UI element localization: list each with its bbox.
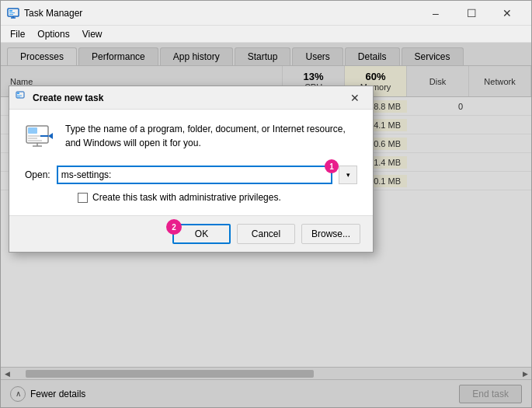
svg-rect-7: [17, 92, 19, 94]
input-badge: 1: [325, 159, 339, 173]
admin-privileges-checkbox[interactable]: [78, 193, 88, 203]
dialog-description: Type the name of a program, folder, docu…: [25, 122, 357, 153]
svg-rect-2: [9, 12, 15, 13]
dropdown-arrow[interactable]: ▾: [339, 166, 357, 184]
open-label: Open:: [25, 169, 50, 180]
create-new-task-dialog: Create new task ✕: [9, 85, 374, 253]
main-content: Processes Performance App history Startu…: [1, 43, 531, 407]
cancel-button[interactable]: Cancel: [237, 224, 295, 244]
task-manager-window: Task Manager – ☐ ✕ File Options View Pro…: [0, 0, 532, 408]
ok-label: OK: [195, 228, 208, 239]
maximize-button[interactable]: ☐: [454, 2, 489, 25]
dialog-title: Create new task: [33, 92, 343, 103]
dialog-desc-icon: [25, 122, 56, 153]
svg-rect-18: [40, 135, 48, 137]
menu-options[interactable]: Options: [31, 27, 75, 41]
window-close-button[interactable]: ✕: [489, 2, 525, 25]
minimize-button[interactable]: –: [418, 2, 454, 25]
svg-rect-3: [9, 14, 13, 15]
admin-privileges-label: Create this task with administrative pri…: [92, 192, 281, 203]
ok-badge: 2: [166, 219, 182, 235]
svg-rect-1: [9, 10, 12, 12]
open-input[interactable]: [57, 166, 332, 184]
menu-bar: File Options View: [1, 26, 531, 43]
checkbox-row: Create this task with administrative pri…: [25, 192, 357, 203]
window-controls: – ☐ ✕: [418, 2, 525, 25]
dialog-footer: 2 OK Cancel Browse...: [9, 215, 373, 252]
title-bar: Task Manager – ☐ ✕: [1, 1, 531, 26]
dialog-description-text: Type the name of a program, folder, docu…: [65, 122, 357, 150]
dialog-title-bar: Create new task ✕: [9, 86, 373, 110]
svg-rect-11: [28, 127, 37, 134]
dialog-close-button[interactable]: ✕: [343, 87, 367, 109]
dialog-overlay: Create new task ✕: [1, 43, 531, 407]
app-icon: [7, 7, 19, 19]
menu-view[interactable]: View: [76, 27, 109, 41]
ok-button[interactable]: 2 OK: [172, 224, 231, 244]
menu-file[interactable]: File: [4, 27, 31, 41]
dialog-body: Type the name of a program, folder, docu…: [9, 110, 373, 215]
dialog-icon: [16, 90, 28, 105]
dialog-input-row: Open: 1 ▾: [25, 166, 357, 184]
svg-marker-17: [48, 133, 53, 139]
input-wrapper: 1: [57, 166, 332, 184]
browse-button[interactable]: Browse...: [301, 224, 360, 244]
window-title: Task Manager: [24, 8, 418, 19]
